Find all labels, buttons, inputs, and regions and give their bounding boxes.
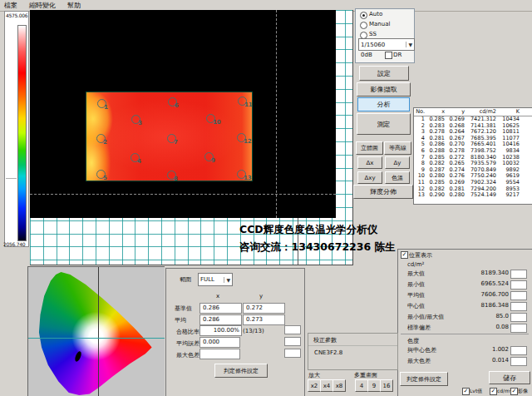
multiview-9-button[interactable]: 9	[367, 379, 381, 392]
measure-point-marker-10[interactable]: 10	[206, 114, 215, 123]
range-label: 範圍	[180, 275, 191, 284]
calibration-divider	[308, 345, 397, 346]
measure-point-marker-1[interactable]: 1	[97, 99, 106, 108]
chromaticity-panel: 範圍 FULL ▼ x y 合格比率 100.00% (13/13) 平均誤差 …	[165, 268, 305, 396]
multiview-16-button[interactable]: 16	[380, 379, 393, 392]
save-option-checkbox[interactable]: ✓	[490, 388, 497, 395]
judge-indicator-box	[510, 302, 527, 311]
stat-value: 6965.524	[466, 280, 509, 287]
range-value: FULL	[200, 276, 214, 283]
stat-label: 最小值/最大值	[407, 313, 444, 321]
stat-value: 85.0	[466, 313, 509, 319]
measure-point-marker-4[interactable]: 4	[131, 153, 140, 162]
cell-x: 0.290	[425, 192, 445, 199]
measurement-table[interactable]: No.xycd/m2K10.2850.2697421.3121043420.28…	[413, 107, 532, 205]
luminance-distribution-button[interactable]: 輝度分佈	[353, 185, 413, 199]
stat-label: 最大值	[407, 270, 425, 278]
save-option-checkbox[interactable]: ✓	[510, 388, 518, 395]
ref-x-value: 0.286	[200, 303, 242, 314]
column-y-header: y	[259, 293, 263, 299]
judge-indicator-box	[510, 270, 527, 279]
shutter-value: 1/15060	[361, 42, 385, 48]
position-display-checkbox[interactable]: ✓	[401, 251, 408, 259]
chevron-down-icon: ▼	[406, 42, 412, 47]
stat-label: 中心值	[407, 302, 425, 310]
ccd-analyzer-window: 檔案縮時變化幫助 4575.006 2056.740 CCD辉度色度色温光学分析…	[0, 0, 532, 396]
cie-chromaticity-diagram[interactable]	[27, 266, 165, 396]
marker-number: 4	[137, 158, 141, 165]
unit-label: cd/m²	[407, 261, 424, 268]
measure-point-marker-13[interactable]: 13	[237, 170, 246, 179]
watermark-text: CCD辉度色度色温光学分析仪 咨询交流：13430672236 陈生	[239, 220, 396, 255]
radio-ss[interactable]	[360, 32, 367, 39]
watermark-line2: 咨询交流：13430672236 陈生	[239, 238, 396, 255]
measure-point-marker-11[interactable]: 11	[238, 97, 247, 106]
stat-label: 最小值	[407, 280, 425, 289]
delta-xy-button[interactable]: Δxy	[357, 171, 382, 184]
magnify-x4-button[interactable]: x4	[320, 379, 333, 392]
save-button[interactable]: 儲存	[489, 371, 530, 384]
measure-point-marker-7[interactable]: 7	[167, 134, 176, 143]
range-select[interactable]: FULL ▼	[198, 273, 233, 286]
dr-checkbox[interactable]	[385, 52, 392, 59]
table-header-x: x	[425, 108, 445, 116]
save-option-checkbox[interactable]: ✓	[462, 388, 470, 395]
measure-button[interactable]: 測定	[357, 113, 411, 135]
judge-condition-button-middle[interactable]: 判定條件設定	[214, 364, 268, 378]
radio-manual[interactable]	[360, 22, 367, 29]
avg-error-value: 0.000	[200, 337, 240, 348]
measure-point-marker-8[interactable]: 8	[167, 171, 176, 180]
menu-item-2[interactable]: 縮時變化	[29, 1, 56, 10]
magnify-x8-button[interactable]: x8	[332, 379, 346, 392]
magnify-label: 放大	[308, 371, 320, 379]
marker-number: 10	[213, 119, 221, 126]
magnify-x2-button[interactable]: x2	[308, 379, 321, 392]
radio-auto[interactable]	[360, 12, 367, 19]
marker-number: 1	[104, 104, 108, 111]
measure-point-marker-12[interactable]: 12	[237, 133, 246, 142]
measure-point-marker-9[interactable]: 9	[204, 152, 214, 161]
ref-y-value: 0.273	[243, 314, 285, 325]
capture-button[interactable]: 影像擷取	[357, 82, 411, 97]
table-header-cd/m2: cd/m2	[465, 108, 496, 116]
judge-indicator-box	[284, 325, 301, 334]
marker-number: 6	[175, 102, 179, 109]
contour-button[interactable]: 等高線	[384, 141, 411, 155]
multiview-4-button[interactable]: 4	[355, 379, 368, 392]
marker-number: 13	[244, 175, 252, 181]
analyze-button[interactable]: 分析	[357, 97, 410, 111]
radio-label-ss: SS	[369, 31, 377, 37]
marker-number: 5	[103, 175, 107, 181]
measure-point-marker-3[interactable]: 3	[131, 115, 140, 124]
table-row[interactable]: 130.2900.2807524.1499217	[414, 192, 532, 199]
settings-button[interactable]: 設定	[359, 66, 409, 81]
calibration-group: 校正參數 CNE3F2.8	[308, 333, 398, 370]
menu-item-1[interactable]: 檔案	[4, 1, 17, 10]
cell-no: 13	[414, 192, 425, 199]
cell-cd: 7524.149	[465, 192, 496, 199]
marker-number: 2	[103, 139, 107, 146]
radio-label-auto: Auto	[369, 11, 382, 17]
marker-number: 8	[174, 176, 178, 182]
cie-crosshair-horizontal	[28, 338, 165, 339]
cell-k: 9217	[496, 192, 520, 199]
judge-indicator-box	[510, 280, 527, 290]
shutter-select[interactable]: 1/15060 ▼	[358, 38, 415, 51]
crosshair-horizontal	[30, 194, 336, 195]
stat-value: 7606.700	[466, 291, 509, 298]
max-colordiff-label: 最大色差	[176, 351, 200, 359]
menu-item-3[interactable]: 幫助	[67, 1, 81, 10]
measure-point-marker-2[interactable]: 2	[96, 134, 106, 143]
stat-value: 8189.340	[466, 270, 509, 276]
delta-x-button[interactable]: Δx	[357, 156, 382, 169]
judge-condition-button-right[interactable]: 判定條件設定	[400, 372, 448, 386]
stat-value: 0.08	[466, 324, 509, 330]
judge-indicator-box	[510, 313, 527, 322]
cct-button[interactable]: 色溫	[385, 171, 410, 184]
judge-indicator-box	[284, 349, 301, 358]
delta-y-button[interactable]: Δy	[385, 156, 410, 169]
measure-point-marker-6[interactable]: 6	[168, 97, 177, 106]
plot3d-button[interactable]: 立體圖	[356, 141, 383, 155]
measure-point-marker-5[interactable]: 5	[96, 170, 106, 179]
ref-row-label: 平均	[175, 316, 186, 324]
